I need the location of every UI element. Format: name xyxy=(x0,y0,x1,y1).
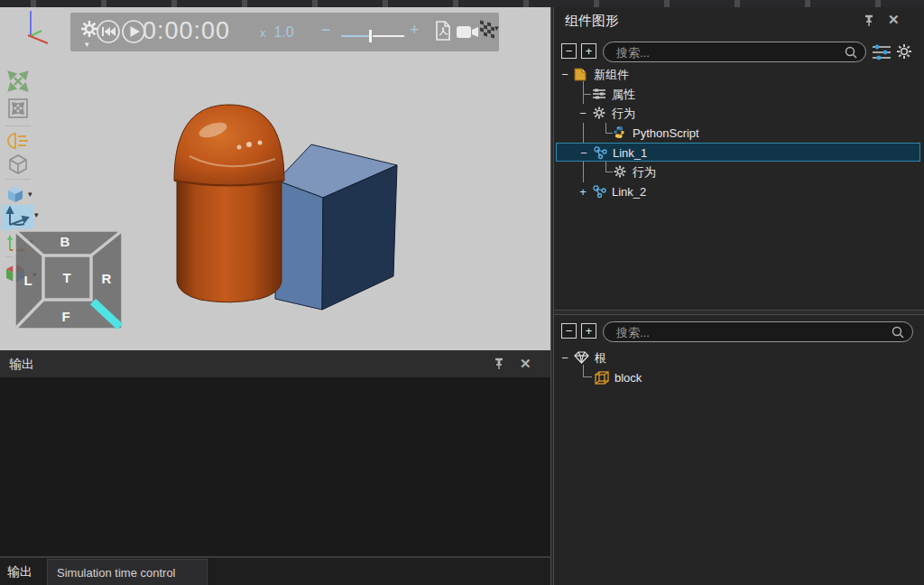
block-cube-icon xyxy=(594,370,610,385)
filter-icon[interactable] xyxy=(872,44,892,60)
expand-all-button[interactable]: + xyxy=(581,323,596,339)
output-panel-title: 输出 xyxy=(9,357,34,373)
move-component-cube-icon[interactable] xyxy=(5,184,26,204)
simulation-speed-display: x 1.0 xyxy=(260,24,294,41)
collapse-all-button[interactable]: − xyxy=(561,43,577,59)
model-cube[interactable] xyxy=(275,144,397,310)
tree-label: 行为 xyxy=(612,104,635,123)
search-icon xyxy=(844,45,858,60)
link-node-icon xyxy=(592,184,607,199)
viewcube-label-back: B xyxy=(60,234,70,249)
speed-slider[interactable] xyxy=(341,30,404,42)
settings-dropdown-caret[interactable]: ▾ xyxy=(85,41,89,49)
tree-label: 新组件 xyxy=(594,65,629,84)
search-icon xyxy=(891,325,905,339)
close-icon[interactable]: ✕ xyxy=(888,12,900,28)
export-pdf-icon[interactable] xyxy=(435,21,451,42)
toolbar-divider xyxy=(5,125,31,126)
tree-label: 属性 xyxy=(612,85,635,104)
move-tool-axis-icon xyxy=(1,205,33,230)
record-video-icon[interactable] xyxy=(457,25,480,40)
horizontal-splitter[interactable] xyxy=(554,310,924,315)
tree-row-pythonscript[interactable]: PythonScript xyxy=(554,124,924,143)
close-icon[interactable]: ✕ xyxy=(520,356,531,372)
pin-icon[interactable] xyxy=(493,358,505,370)
gear-icon[interactable] xyxy=(895,42,913,60)
tab-simulation-label: Simulation time control xyxy=(57,566,176,580)
increase-speed-button[interactable]: + xyxy=(410,21,420,40)
simulation-playbar: ▾ 0:00:00 x 1.0 − + xyxy=(70,13,499,51)
tree-row-block[interactable]: block xyxy=(554,368,924,387)
tree-row-link2[interactable]: + Link_2 xyxy=(554,182,924,201)
tree-row-link1-selected[interactable]: − Link_1 xyxy=(556,143,920,162)
component-graph-title: 组件图形 xyxy=(565,13,619,30)
slider-track-right xyxy=(373,35,404,37)
expander-toggle[interactable]: − xyxy=(559,65,570,84)
python-icon xyxy=(613,125,626,139)
reset-simulation-button[interactable] xyxy=(96,19,121,44)
component-tree: − 新组件 属性 − xyxy=(554,65,924,209)
output-tabbar: 输出 Simulation time control xyxy=(0,558,550,585)
expander-toggle[interactable]: − xyxy=(559,348,570,367)
expander-toggle[interactable]: − xyxy=(578,144,589,162)
tab-output[interactable]: 输出 xyxy=(7,564,32,580)
tree-row-root[interactable]: − 根 xyxy=(554,348,924,367)
viewcube-label-front: F xyxy=(61,309,69,324)
tree-row-link1-behaviors[interactable]: 行为 xyxy=(554,162,924,181)
move-tool-dropdown-caret[interactable]: ▾ xyxy=(34,211,39,219)
scene-tree: − 根 block xyxy=(554,348,924,403)
expander-toggle[interactable]: + xyxy=(578,182,588,201)
fit-selected-icon[interactable] xyxy=(7,98,29,119)
component-tree-toolbar: − + xyxy=(554,40,924,65)
application-window: ▾ 0:00:00 x 1.0 − + xyxy=(0,0,924,585)
tree-label: Link_2 xyxy=(612,182,646,201)
selected-tool-highlight[interactable] xyxy=(1,205,33,230)
flag-dropdown-caret[interactable]: ▾ xyxy=(494,24,499,32)
speed-prefix: x xyxy=(260,26,266,40)
ribbon-strip-cutoff xyxy=(0,0,924,7)
move-cube-dropdown-caret[interactable]: ▾ xyxy=(28,190,32,199)
expand-all-button[interactable]: + xyxy=(581,43,596,59)
output-console[interactable] xyxy=(0,377,550,556)
tree-label: 根 xyxy=(595,348,606,367)
gear-icon xyxy=(592,106,606,120)
viewcube-widget[interactable]: B T R L F xyxy=(13,228,125,331)
slider-handle[interactable] xyxy=(369,30,372,42)
expander-toggle[interactable]: − xyxy=(578,104,588,123)
viewport-3d[interactable]: ▾ 0:00:00 x 1.0 − + xyxy=(0,7,550,350)
fit-view-icon[interactable] xyxy=(7,70,29,92)
tree-label: 行为 xyxy=(633,162,656,181)
slider-track-left xyxy=(341,35,370,37)
model-dome-cylinder[interactable] xyxy=(174,105,284,302)
component-icon xyxy=(573,67,587,81)
pin-icon[interactable] xyxy=(863,14,875,27)
component-search-box[interactable] xyxy=(603,42,866,62)
collapse-all-button[interactable]: − xyxy=(561,323,577,339)
link-node-icon xyxy=(593,145,608,160)
scene-search-input[interactable] xyxy=(614,324,830,340)
scene-tree-toolbar: − + xyxy=(554,320,924,345)
simulation-time-display: 0:00:00 xyxy=(143,17,230,45)
tree-row-properties[interactable]: 属性 xyxy=(554,85,924,104)
tree-label: Link_1 xyxy=(613,144,647,162)
world-origin-gizmo xyxy=(28,11,48,43)
tree-row-behaviors[interactable]: − 行为 xyxy=(554,104,924,123)
speed-value: 1.0 xyxy=(274,24,294,41)
root-gem-icon xyxy=(574,350,589,365)
decrease-speed-button[interactable]: − xyxy=(321,21,331,40)
scene-search-box[interactable] xyxy=(603,321,913,342)
component-graph-panel: 组件图形 ✕ − + xyxy=(554,7,924,585)
viewcube-label-right: R xyxy=(102,271,112,286)
wireframe-cube-icon[interactable] xyxy=(6,153,30,176)
tree-row-component[interactable]: − 新组件 xyxy=(554,65,924,84)
toolbar-divider xyxy=(5,179,31,180)
tab-simulation-time-control[interactable]: Simulation time control xyxy=(47,559,208,585)
output-panel-header: 输出 ✕ xyxy=(0,350,550,377)
experiment-flag-icon[interactable] xyxy=(478,20,496,42)
render-mode-lamp-icon[interactable] xyxy=(6,132,30,150)
component-search-input[interactable] xyxy=(614,44,798,60)
tree-label: block xyxy=(614,368,642,387)
properties-icon xyxy=(592,87,606,101)
tree-label: PythonScript xyxy=(633,124,699,143)
viewcube-label-left: L xyxy=(23,273,32,288)
